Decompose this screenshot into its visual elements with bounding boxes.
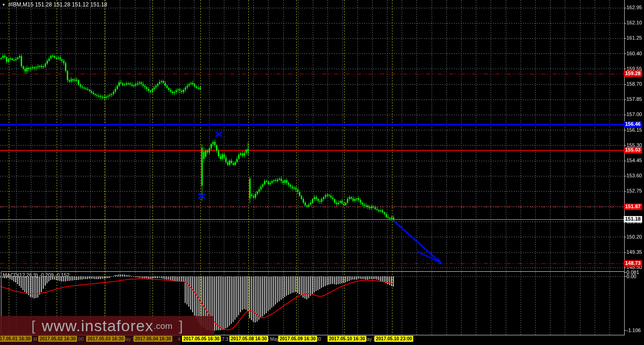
macd-scale-label: -1.106 xyxy=(626,327,641,333)
time-highlight-label: 2017.05.09 16:30 xyxy=(278,336,317,342)
price-axis-label: 152.75 xyxy=(626,188,642,194)
price-level-badge: 148.73 xyxy=(624,260,642,267)
price-axis-label: 162.10 xyxy=(626,20,642,26)
chevron-down-icon: ▼ xyxy=(2,3,6,7)
price-axis-label: 158.70 xyxy=(626,81,642,87)
time-highlight-label: 2017.05.10 16:30 xyxy=(328,336,366,342)
price-axis-label: 150.20 xyxy=(626,234,642,240)
price-axis-label: 162.95 xyxy=(626,5,642,11)
price-axis-label: 161.25 xyxy=(626,35,642,41)
price-axis-label: 160.40 xyxy=(626,51,642,57)
macd-indicator-label: MACD(12,26,9) -0.209 -0.152 xyxy=(3,272,70,278)
price-level-badge: 156.46 xyxy=(624,121,642,128)
price-axis[interactable]: 162.95162.10161.25160.40159.55158.70157.… xyxy=(625,0,644,335)
price-axis-label: 149.35 xyxy=(626,249,642,255)
price-level-badge: 159.28 xyxy=(624,70,642,77)
chart-title: ▼#IBM,M15 151.28 151.28 151.12 151.18 xyxy=(2,1,107,8)
time-highlight-label: 2017.05.05 16:30 xyxy=(182,336,221,342)
price-level-badge: 155.03 xyxy=(624,147,642,153)
time-axis[interactable]: 1 M7:00May 104017:33 May:30May 12017.05.… xyxy=(0,335,644,345)
mt4-chart-window: ▼#IBM,M15 151.28 151.28 151.12 151.18 MA… xyxy=(0,0,644,345)
chart-canvas[interactable] xyxy=(0,0,644,345)
price-axis-label: 154.45 xyxy=(626,158,642,164)
time-highlight-label: 2017.05.01 16:30 xyxy=(0,336,32,342)
time-highlight-label: 2017.05.02 16:30 xyxy=(38,336,77,342)
price-axis-label: 157.85 xyxy=(626,96,642,102)
price-axis-label: 156.15 xyxy=(626,127,642,133)
time-highlight-label: 2017.05.04 16:30 xyxy=(134,336,172,342)
price-axis-label: 153.60 xyxy=(626,173,642,179)
time-highlight-label: 2017.05.10 23:00 xyxy=(375,336,413,342)
price-axis-label: 157.00 xyxy=(626,111,642,117)
price-level-badge: 151.87 xyxy=(624,204,642,210)
macd-scale-label: 0.00 xyxy=(626,274,636,280)
time-axis-fragment: 4 xyxy=(178,337,181,342)
time-highlight-label: 2017.05.08 16:30 xyxy=(229,336,268,342)
price-level-badge: 151.18 xyxy=(624,216,642,222)
time-highlight-label: 2017.05.03 16:30 xyxy=(86,336,125,342)
symbol-ohlc-text: #IBM,M15 151.28 151.28 151.12 151.18 xyxy=(8,1,107,8)
